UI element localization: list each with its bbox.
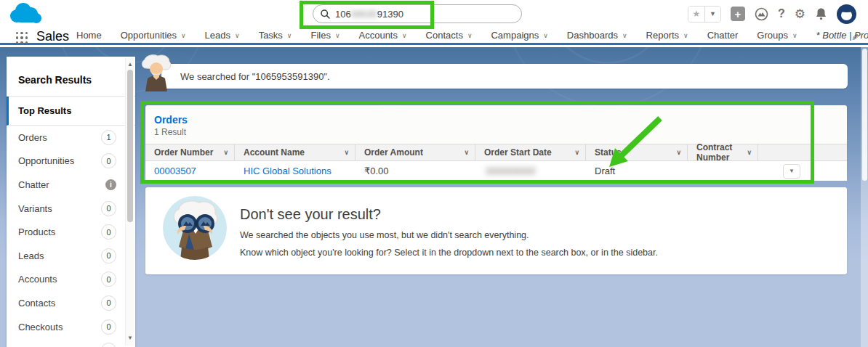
- sidebar-item-leads[interactable]: Leads0: [7, 244, 135, 268]
- tab-home[interactable]: Home: [76, 30, 102, 41]
- tab-contacts[interactable]: Contacts∨: [426, 30, 473, 41]
- search-summary-banner: We searched for "1065953591390".: [161, 64, 848, 89]
- global-header: Sales 1065953591390 ★ ▼ + ? ⚙ Home: [0, 0, 868, 45]
- account-name-link[interactable]: HIC Global Solutions: [244, 166, 331, 176]
- sidebar-item-top-results[interactable]: Top Results: [7, 97, 135, 126]
- edit-pencil-icon[interactable]: ✎: [851, 32, 859, 43]
- page-scrollbar[interactable]: [861, 47, 868, 347]
- search-icon: [321, 9, 330, 19]
- nav-tab-bar: Home Opportunities∨ Leads∨ Tasks∨ Files∨…: [76, 30, 868, 41]
- app-name: Sales: [36, 29, 69, 44]
- no-result-heading: Don't see your result?: [240, 206, 658, 223]
- count-badge: 0: [101, 224, 116, 240]
- sidebar-item-checkouts[interactable]: Checkouts0: [7, 315, 135, 339]
- tab-files[interactable]: Files∨: [310, 30, 339, 41]
- sidebar-item-chatter[interactable]: Chatteri: [7, 173, 135, 197]
- tab-opportunities[interactable]: Opportunities∨: [121, 30, 186, 41]
- column-header-account-name[interactable]: Account Name∨: [235, 144, 355, 160]
- chevron-down-icon[interactable]: ∨: [467, 32, 473, 39]
- sidebar-item-contacts[interactable]: Contacts0: [7, 291, 135, 315]
- favorites-star-icon[interactable]: ★: [688, 7, 704, 22]
- no-result-line1: We searched the objects you use most, bu…: [240, 230, 658, 240]
- order-status-value: Draft: [595, 166, 615, 176]
- einstein-icon: [139, 54, 174, 94]
- count-badge: 0: [101, 319, 116, 335]
- tab-accounts[interactable]: Accounts∨: [359, 30, 407, 41]
- scroll-up-icon[interactable]: ▲: [126, 61, 134, 68]
- user-avatar[interactable]: [837, 4, 856, 24]
- global-search-input[interactable]: 1065953591390: [313, 4, 522, 23]
- chevron-down-icon[interactable]: ∨: [792, 32, 797, 39]
- no-result-line2: Know which object you're looking for? Se…: [240, 248, 658, 258]
- search-results-sidebar: Search Results Top Results Orders1 Oppor…: [7, 57, 135, 347]
- count-badge: 0: [101, 201, 116, 216]
- chevron-down-icon[interactable]: ∨: [543, 32, 548, 39]
- orders-result-count: 1 Result: [145, 127, 847, 144]
- setup-gear-icon[interactable]: ⚙: [795, 7, 805, 22]
- favorites-dropdown-icon[interactable]: ▼: [704, 7, 720, 22]
- chevron-down-icon[interactable]: ∨: [622, 32, 627, 39]
- chevron-down-icon[interactable]: ∨: [747, 149, 752, 156]
- sidebar-item-products[interactable]: Products0: [7, 220, 135, 244]
- column-header-order-amount[interactable]: Order Amount∨: [355, 144, 475, 160]
- count-badge: 0: [101, 343, 116, 347]
- sidebar-scrollbar-thumb[interactable]: [127, 70, 133, 222]
- scroll-down-icon[interactable]: ▼: [126, 335, 134, 341]
- order-table-row[interactable]: 00003507 HIC Global Solutions ₹0.00 ##/#…: [145, 161, 847, 181]
- count-badge: 0: [101, 272, 116, 287]
- order-amount-value: ₹0.00: [364, 166, 389, 176]
- chevron-down-icon[interactable]: ∨: [335, 32, 340, 39]
- tab-tasks[interactable]: Tasks∨: [259, 30, 292, 41]
- search-value-suffix: 91390: [377, 9, 403, 20]
- chevron-down-icon[interactable]: ∨: [223, 149, 228, 156]
- sidebar-item-opportunities[interactable]: Opportunities0: [7, 150, 135, 174]
- orders-section-title[interactable]: Orders: [145, 105, 847, 127]
- tab-dashboards[interactable]: Dashboards∨: [567, 30, 627, 41]
- sidebar-title: Search Results: [7, 57, 135, 97]
- chevron-down-icon[interactable]: ∨: [683, 32, 688, 39]
- tab-reports[interactable]: Reports∨: [646, 30, 688, 41]
- chevron-down-icon[interactable]: ∨: [181, 32, 186, 39]
- trailhead-icon[interactable]: [755, 7, 768, 21]
- chevron-down-icon[interactable]: ∨: [676, 149, 681, 156]
- chevron-down-icon[interactable]: ∨: [344, 149, 349, 156]
- sidebar-scrollbar[interactable]: ▲ ▼: [125, 58, 134, 346]
- einstein-binoculars-icon: [163, 196, 227, 260]
- sidebar-item-error-messages[interactable]: Error Messages0: [7, 338, 135, 347]
- column-header-order-start-date[interactable]: Order Start Date∨: [475, 144, 586, 160]
- tab-bottle-product-temp[interactable]: * Bottle | Product∨✕: [816, 30, 868, 41]
- order-number-link[interactable]: 00003507: [154, 166, 196, 176]
- tab-chatter[interactable]: Chatter: [707, 30, 739, 41]
- chevron-down-icon[interactable]: ∨: [235, 32, 240, 39]
- search-value-prefix: 106: [335, 9, 351, 20]
- tab-groups[interactable]: Groups∨: [757, 30, 797, 41]
- app-launcher-icon[interactable]: [16, 32, 28, 44]
- count-badge: 0: [101, 295, 116, 311]
- sidebar-item-orders[interactable]: Orders1: [7, 126, 135, 150]
- info-icon: i: [105, 179, 116, 190]
- sidebar-item-accounts[interactable]: Accounts0: [7, 268, 135, 292]
- column-header-contract-number[interactable]: Contract Number∨: [688, 144, 758, 160]
- salesforce-search-results-page: Sales 1065953591390 ★ ▼ + ? ⚙ Home: [0, 0, 868, 347]
- chevron-down-icon[interactable]: ∨: [402, 32, 407, 39]
- global-actions-icon[interactable]: +: [731, 7, 745, 21]
- orders-table-header: Order Number∨ Account Name∨ Order Amount…: [145, 144, 847, 161]
- sidebar-item-variants[interactable]: Variants0: [7, 197, 135, 221]
- column-header-order-number[interactable]: Order Number∨: [145, 144, 235, 160]
- chevron-down-icon[interactable]: ∨: [287, 32, 292, 39]
- count-badge: 0: [101, 248, 116, 264]
- tab-campaigns[interactable]: Campaigns∨: [491, 30, 547, 41]
- row-actions-dropdown-button[interactable]: ▼: [783, 164, 800, 179]
- order-start-date-redacted: ##/##/####: [484, 166, 537, 176]
- column-header-actions: [758, 144, 847, 160]
- tab-leads[interactable]: Leads∨: [205, 30, 240, 41]
- page-scrollbar-thumb[interactable]: [862, 49, 867, 181]
- favorites-control: ★ ▼: [688, 6, 721, 23]
- no-result-card: Don't see your result? We searched the o…: [145, 187, 847, 274]
- notifications-bell-icon[interactable]: [815, 7, 827, 20]
- count-badge: 1: [101, 130, 116, 145]
- column-header-status[interactable]: Status∨: [586, 144, 688, 160]
- chevron-down-icon[interactable]: ∨: [574, 149, 579, 156]
- help-icon[interactable]: ?: [778, 7, 785, 20]
- chevron-down-icon[interactable]: ∨: [464, 149, 469, 156]
